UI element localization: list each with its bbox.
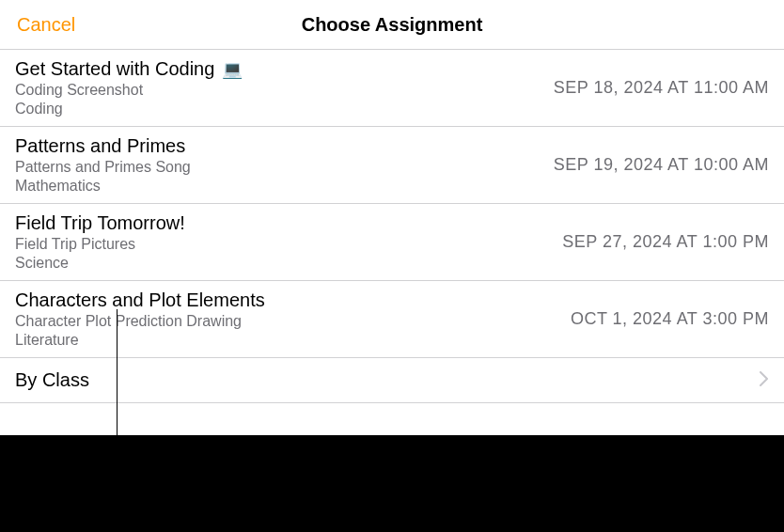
assignment-row[interactable]: Get Started with Coding 💻 Coding Screens… — [0, 50, 784, 127]
assignment-title: Characters and Plot Elements — [15, 289, 265, 312]
assignment-subtitle: Field Trip Pictures — [15, 235, 185, 254]
assignment-date: OCT 1, 2024 AT 3:00 PM — [571, 309, 769, 329]
laptop-icon: 💻 — [222, 59, 243, 80]
assignment-category: Mathematics — [15, 177, 191, 196]
assignment-title: Get Started with Coding — [15, 57, 214, 81]
by-class-row[interactable]: By Class — [0, 358, 784, 403]
assignment-date: SEP 18, 2024 AT 11:00 AM — [554, 78, 769, 98]
assignment-list: Get Started with Coding 💻 Coding Screens… — [0, 50, 784, 403]
by-class-label: By Class — [15, 369, 89, 391]
cancel-button[interactable]: Cancel — [17, 14, 75, 36]
assignment-row[interactable]: Characters and Plot Elements Character P… — [0, 281, 784, 358]
annotation-area — [0, 435, 784, 532]
sheet-header: Cancel Choose Assignment — [0, 0, 784, 50]
sheet-title: Choose Assignment — [302, 14, 483, 36]
assignment-date: SEP 27, 2024 AT 1:00 PM — [562, 232, 769, 252]
choose-assignment-sheet: Cancel Choose Assignment Get Started wit… — [0, 0, 784, 435]
callout-line — [117, 309, 118, 464]
assignment-title: Field Trip Tomorrow! — [15, 211, 185, 235]
assignment-category: Science — [15, 254, 185, 273]
chevron-right-icon — [760, 371, 769, 390]
assignment-title: Patterns and Primes — [15, 134, 185, 158]
assignment-date: SEP 19, 2024 AT 10:00 AM — [554, 155, 769, 175]
assignment-row[interactable]: Patterns and Primes Patterns and Primes … — [0, 127, 784, 204]
assignment-category: Literature — [15, 331, 265, 350]
assignment-subtitle: Character Plot Prediction Drawing — [15, 312, 265, 331]
assignment-category: Coding — [15, 100, 243, 118]
assignment-subtitle: Coding Screenshot — [15, 81, 243, 100]
assignment-row[interactable]: Field Trip Tomorrow! Field Trip Pictures… — [0, 204, 784, 281]
assignment-subtitle: Patterns and Primes Song — [15, 158, 191, 177]
